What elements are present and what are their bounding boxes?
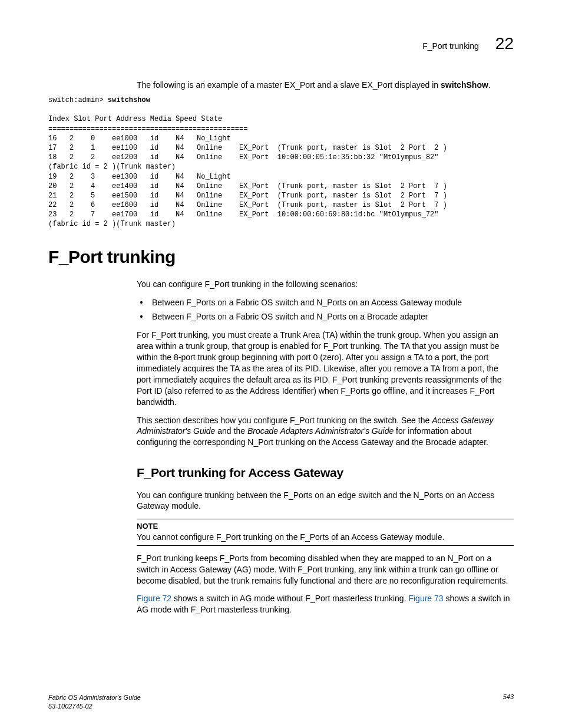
book-ref: Brocade Adapters Administrator's Guide — [247, 426, 394, 436]
terminal-command: switchshow — [108, 96, 150, 104]
terminal-output: switch:admin> switchshow Index Slot Port… — [48, 95, 514, 229]
intro-command: switchShow — [441, 80, 488, 90]
bullet-list: Between F_Ports on a Fabric OS switch an… — [137, 297, 514, 323]
p3-text: shows a switch in AG mode without F_Port… — [171, 594, 408, 603]
chapter-number: 22 — [495, 34, 514, 53]
note-block: NOTE You cannot configure F_Port trunkin… — [137, 519, 514, 545]
note-label: NOTE — [137, 521, 514, 532]
subsection-p3: Figure 72 shows a switch in AG mode with… — [137, 593, 514, 615]
intro-paragraph: The following is an example of a master … — [137, 80, 514, 90]
intro-text: The following is an example of a master … — [137, 80, 441, 90]
running-header: F_Port trunking 22 — [48, 34, 514, 53]
terminal-body: Index Slot Port Address Media Speed Stat… — [48, 115, 451, 228]
running-header-title: F_Port trunking — [422, 41, 479, 51]
p3-text: This section describes how you configure… — [137, 416, 432, 425]
page-footer: Fabric OS Administrator's Guide 53-10027… — [48, 693, 514, 710]
intro-trailing: . — [488, 80, 491, 90]
note-text: You cannot configure F_Port trunking on … — [137, 532, 444, 542]
subsection-p2: F_Port trunking keeps F_Ports from becom… — [137, 553, 514, 587]
section-p1: You can configure F_Port trunking in the… — [137, 279, 514, 290]
list-item: Between F_Ports on a Fabric OS switch an… — [150, 311, 514, 322]
section-p2: For F_Port trunking, you must create a T… — [137, 330, 514, 407]
section-p3: This section describes how you configure… — [137, 415, 514, 449]
p3-text: and the — [215, 426, 247, 436]
terminal-prompt: switch:admin> — [48, 96, 108, 104]
figure-xref[interactable]: Figure 72 — [137, 594, 171, 603]
figure-xref[interactable]: Figure 73 — [408, 594, 443, 603]
footer-page-number: 543 — [503, 693, 514, 710]
subsection-heading: F_Port trunking for Access Gateway — [137, 465, 514, 481]
subsection-p1: You can configure trunking between the F… — [137, 490, 514, 512]
list-item: Between F_Ports on a Fabric OS switch an… — [150, 297, 514, 308]
footer-book-title: Fabric OS Administrator's Guide — [48, 694, 141, 701]
footer-doc-number: 53-1002745-02 — [48, 703, 92, 710]
section-heading: F_Port trunking — [48, 247, 514, 267]
